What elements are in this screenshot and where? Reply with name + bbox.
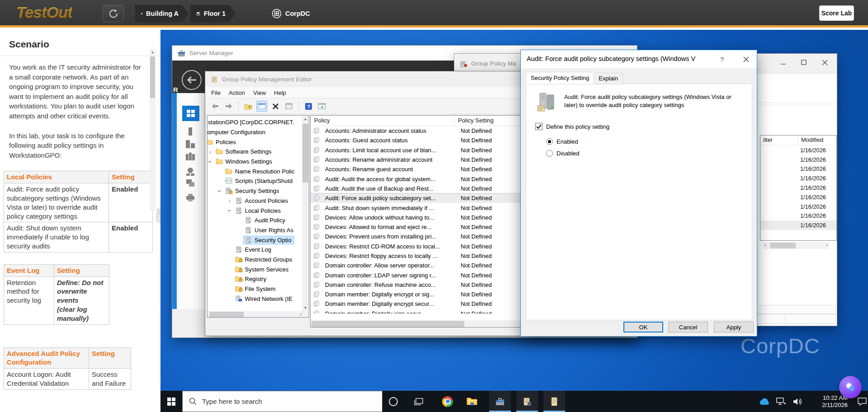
tree-item[interactable]: ›Security Settings [215, 186, 303, 196]
scroll-right-icon[interactable]: › [826, 243, 828, 248]
start-button[interactable] [160, 391, 182, 412]
ok-button[interactable]: OK [623, 322, 663, 332]
gpo-list-row[interactable]: 1/16/2026 [760, 155, 836, 164]
policy-properties-dialog[interactable]: Audit: Force audit policy subcategory se… [520, 50, 757, 337]
tree-item[interactable]: rkstationGPO [CorpDC.CORPNET. [208, 117, 303, 127]
tree-horizontal-scrollbar[interactable]: › [208, 311, 309, 318]
scrollbar-thumb[interactable] [150, 56, 155, 98]
tree-item[interactable]: Name Resolution Polic [215, 166, 303, 176]
task-view-button[interactable] [408, 391, 429, 412]
sidebar-printer-icon[interactable] [185, 193, 196, 202]
scrollbar-thumb[interactable] [209, 312, 244, 318]
gpme-taskbar-button[interactable] [543, 391, 565, 412]
tree-expander-closed-icon[interactable]: › [208, 149, 215, 155]
cortana-button[interactable] [382, 391, 404, 412]
modified-column-header[interactable]: Modified [798, 136, 823, 145]
maximize-button[interactable] [793, 55, 814, 70]
forward-icon[interactable] [223, 101, 234, 112]
tree-item[interactable]: User Rights As [235, 225, 303, 235]
gpo-list-row[interactable]: 1/16/2026 [760, 202, 836, 211]
volume-tray-icon[interactable] [790, 391, 805, 412]
tree-item[interactable]: Registry [225, 274, 303, 284]
tree-expander-closed-icon[interactable]: › [225, 197, 234, 204]
tab-explain[interactable]: Explain [594, 73, 623, 84]
tree-item[interactable]: Event Log [225, 245, 303, 255]
network-tray-icon[interactable] [774, 391, 789, 412]
tree-expander-open-icon[interactable]: › [217, 187, 223, 196]
refresh-button[interactable] [103, 5, 124, 22]
sidebar-file-storage-icon[interactable] [185, 178, 196, 187]
file-explorer-button[interactable] [461, 391, 483, 412]
radio-unselected-icon[interactable] [546, 150, 553, 157]
tree-item[interactable]: Computer Configuration [208, 127, 303, 137]
tree-item[interactable]: Audit Policy [235, 215, 303, 225]
tree-expander-open-icon[interactable]: › [226, 206, 233, 215]
dialog-close-button[interactable] [735, 50, 757, 68]
scrollbar-thumb[interactable] [311, 321, 464, 327]
tree-vertical-scrollbar[interactable]: ▲ ▼ [302, 116, 309, 311]
menu-file[interactable]: File [207, 88, 225, 98]
close-button[interactable] [814, 55, 835, 70]
gpo-list-row[interactable]: 1/16/2026 [760, 145, 836, 155]
breadcrumb-floor-1[interactable]: Floor 1 [190, 5, 236, 22]
gpo-list-row[interactable]: 1/16/2026 [760, 183, 836, 192]
breadcrumb-corpdc[interactable]: CorpDC [272, 5, 310, 22]
gpo-list-row[interactable]: 1/16/2026 [760, 164, 836, 174]
chrome-button[interactable] [437, 391, 458, 412]
scroll-up-icon[interactable]: ▲ [150, 49, 156, 56]
gpo-list-row[interactable]: 1/16/2026 [760, 173, 836, 183]
scroll-down-icon[interactable]: ▼ [302, 306, 309, 310]
tree-item[interactable]: Scripts (Startup/Shutd [215, 176, 303, 186]
radio-option[interactable]: Enabled [546, 138, 580, 145]
radio-option[interactable]: Disabled [546, 150, 580, 157]
scroll-right-icon[interactable]: › [300, 312, 302, 317]
sidebar-dashboard-tile[interactable] [182, 106, 199, 121]
gpm-taskbar-button[interactable] [516, 391, 538, 412]
score-lab-button[interactable]: Score Lab [819, 5, 854, 21]
tree-item[interactable]: System Services [225, 264, 303, 274]
gpo-list-row[interactable]: 1/16/2026 [760, 220, 836, 230]
filter-column-header[interactable]: ilter [760, 136, 798, 145]
server-manager-taskbar-button[interactable] [489, 391, 511, 412]
checkbox-checked-icon[interactable] [535, 123, 542, 130]
tree-item[interactable]: ›Local Policies [225, 206, 303, 215]
tree-item[interactable]: ›Account Policies [225, 196, 303, 206]
scroll-left-icon[interactable]: ‹ [764, 243, 766, 248]
gpo-list-horizontal-scrollbar[interactable]: ‹ › [763, 242, 829, 249]
tree-item[interactable]: Policies [208, 137, 303, 147]
tree-item[interactable]: File System [225, 284, 303, 294]
define-policy-row[interactable]: Define this policy setting [535, 123, 609, 130]
minimize-button[interactable] [773, 55, 793, 70]
tree-item[interactable]: Restricted Groups [225, 255, 303, 265]
apply-button[interactable]: Apply [714, 322, 754, 332]
sidebar-local-server-icon[interactable] [185, 127, 196, 136]
menu-view[interactable]: View [249, 88, 270, 98]
radio-selected-icon[interactable] [546, 138, 553, 145]
help-icon[interactable]: ? [303, 101, 314, 112]
sidebar-ad-icon[interactable] [185, 167, 196, 176]
breadcrumb-building-a[interactable]: Building A [135, 5, 189, 22]
properties-icon[interactable] [283, 101, 294, 112]
menu-action[interactable]: Action [225, 88, 249, 98]
menu-help[interactable]: Help [270, 88, 290, 98]
scroll-up-icon[interactable]: ▲ [302, 117, 309, 121]
taskbar-search-box[interactable]: Type here to search [182, 391, 382, 412]
cancel-button[interactable]: Cancel [668, 322, 708, 332]
policy-column-header[interactable]: Policy [311, 116, 454, 126]
sidebar-server-groups-icon[interactable] [185, 152, 196, 161]
sidebar-all-servers-icon[interactable] [185, 140, 196, 149]
tree-item[interactable]: Security Optio [235, 235, 303, 245]
panel-scrollbar[interactable]: ▲ [150, 49, 156, 211]
delete-icon[interactable] [270, 101, 281, 112]
dialog-help-button[interactable]: ? [712, 50, 731, 68]
assistant-floating-button[interactable] [839, 376, 862, 398]
tree-item[interactable]: ›Software Settings [208, 147, 303, 157]
policy-setting-column-header[interactable]: Policy Setting [454, 116, 494, 126]
show-console-tree-icon[interactable] [256, 101, 267, 112]
tab-security-policy-setting[interactable]: Security Policy Setting [526, 72, 594, 84]
onedrive-tray-icon[interactable] [757, 391, 773, 412]
tree-item[interactable]: Wired Network (IE [225, 294, 303, 304]
scrollbar-thumb[interactable] [302, 124, 308, 183]
gpo-list-row[interactable]: 1/16/2026 [760, 192, 836, 202]
back-button[interactable] [182, 70, 202, 90]
